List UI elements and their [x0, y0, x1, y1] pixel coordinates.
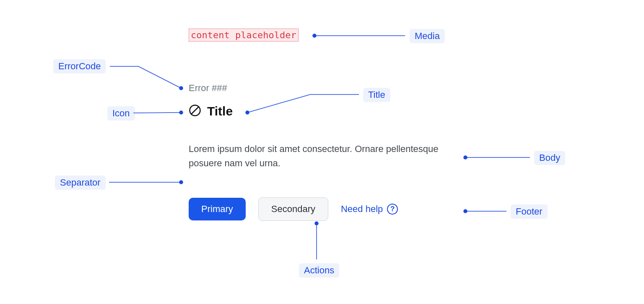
actions-row: Primary Secondary Need help ?: [189, 197, 398, 221]
prohibit-icon: [189, 104, 201, 118]
annotation-errorcode: ErrorCode: [53, 59, 106, 73]
title-row: Title: [189, 104, 233, 118]
help-circle-icon: ?: [387, 204, 398, 215]
svg-line-5: [133, 113, 181, 113]
footer-help-link[interactable]: Need help ?: [341, 204, 398, 215]
svg-point-6: [179, 111, 183, 114]
annotation-media: Media: [410, 29, 445, 43]
svg-point-4: [179, 86, 183, 90]
annotation-footer: Footer: [511, 204, 548, 219]
media-content-placeholder: content placeholder: [189, 29, 299, 42]
svg-point-13: [315, 222, 318, 225]
annotation-actions: Actions: [299, 263, 339, 278]
svg-point-15: [464, 210, 467, 213]
svg-line-1: [191, 107, 199, 114]
body-text: Lorem ipsum dolor sit amet consectetur. …: [189, 142, 457, 170]
svg-point-7: [246, 111, 249, 114]
error-code-text: Error ###: [189, 83, 227, 94]
secondary-button[interactable]: Secondary: [258, 197, 328, 221]
footer-link-text: Need help: [341, 204, 383, 215]
primary-button[interactable]: Primary: [189, 198, 246, 220]
annotation-separator: Separator: [55, 176, 106, 190]
title-text: Title: [207, 104, 233, 118]
svg-point-9: [464, 156, 467, 159]
svg-point-11: [179, 181, 183, 184]
annotation-icon: Icon: [107, 106, 135, 121]
annotation-title: Title: [363, 88, 390, 102]
svg-point-3: [313, 34, 316, 37]
annotation-body: Body: [534, 151, 565, 165]
